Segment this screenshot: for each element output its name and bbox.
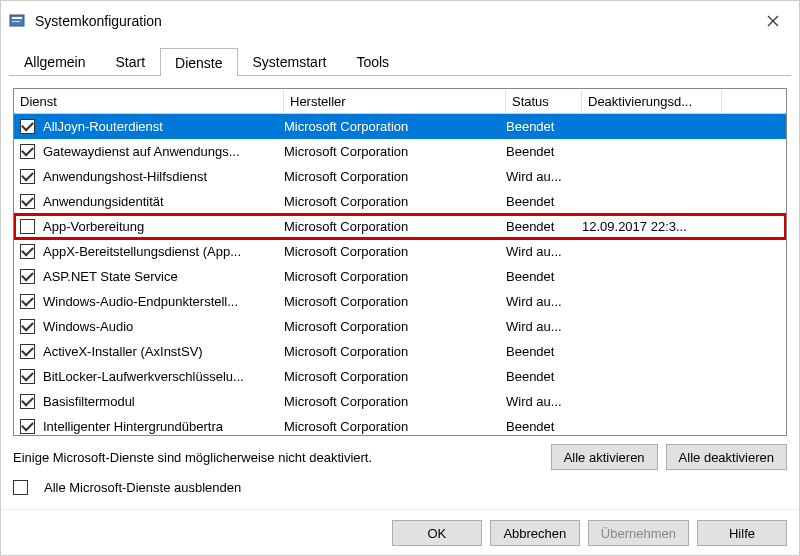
table-row[interactable]: Gatewaydienst auf Anwendungs...Microsoft… [14, 139, 786, 164]
svg-rect-0 [10, 15, 24, 26]
header-status[interactable]: Status [506, 90, 582, 113]
tab-start[interactable]: Start [100, 47, 160, 75]
cell-dienst: ActiveX-Installer (AxInstSV) [43, 344, 284, 359]
table-row[interactable]: BasisfiltermodulMicrosoft CorporationWir… [14, 389, 786, 414]
list-body[interactable]: AllJoyn-RouterdienstMicrosoft Corporatio… [14, 114, 786, 435]
svg-rect-1 [12, 17, 22, 19]
hide-ms-row: Alle Microsoft-Dienste ausblenden [13, 480, 787, 495]
cell-datum: 12.09.2017 22:3... [582, 219, 786, 234]
cell-status: Beendet [506, 369, 582, 384]
row-checkbox[interactable] [20, 369, 35, 384]
cell-status: Wird au... [506, 294, 582, 309]
cell-dienst: Basisfiltermodul [43, 394, 284, 409]
row-checkbox[interactable] [20, 344, 35, 359]
cell-hersteller: Microsoft Corporation [284, 269, 506, 284]
cell-dienst: ASP.NET State Service [43, 269, 284, 284]
window-title: Systemkonfiguration [35, 13, 162, 29]
table-row[interactable]: AllJoyn-RouterdienstMicrosoft Corporatio… [14, 114, 786, 139]
header-datum[interactable]: Deaktivierungsd... [582, 90, 722, 113]
cell-hersteller: Microsoft Corporation [284, 144, 506, 159]
cell-status: Beendet [506, 194, 582, 209]
btn-group: Alle aktivieren Alle deaktivieren [551, 444, 787, 470]
cell-status: Beendet [506, 219, 582, 234]
tab-content: Dienst Hersteller Status Deaktivierungsd… [1, 76, 799, 503]
cell-hersteller: Microsoft Corporation [284, 194, 506, 209]
cell-hersteller: Microsoft Corporation [284, 369, 506, 384]
cell-status: Beendet [506, 269, 582, 284]
activate-all-button[interactable]: Alle aktivieren [551, 444, 658, 470]
tab-allgemein[interactable]: Allgemein [9, 47, 100, 75]
tab-dienste[interactable]: Dienste [160, 48, 237, 76]
cell-dienst: AllJoyn-Routerdienst [43, 119, 284, 134]
table-row[interactable]: Anwendungshost-HilfsdienstMicrosoft Corp… [14, 164, 786, 189]
cell-hersteller: Microsoft Corporation [284, 294, 506, 309]
cell-status: Wird au... [506, 169, 582, 184]
table-row[interactable]: AppX-Bereitstellungsdienst (App...Micros… [14, 239, 786, 264]
cell-dienst: Windows-Audio-Endpunkterstell... [43, 294, 284, 309]
cell-hersteller: Microsoft Corporation [284, 219, 506, 234]
bottom-row: Einige Microsoft-Dienste sind möglicherw… [13, 444, 787, 470]
cell-status: Wird au... [506, 319, 582, 334]
window-icon [9, 12, 27, 30]
table-row[interactable]: ActiveX-Installer (AxInstSV)Microsoft Co… [14, 339, 786, 364]
list-header: Dienst Hersteller Status Deaktivierungsd… [14, 89, 786, 114]
cell-status: Beendet [506, 144, 582, 159]
svg-rect-2 [12, 21, 20, 22]
cell-dienst: Intelligenter Hintergrundübertra [43, 419, 284, 434]
cell-dienst: App-Vorbereitung [43, 219, 284, 234]
header-dienst[interactable]: Dienst [14, 90, 284, 113]
tab-systemstart[interactable]: Systemstart [238, 47, 342, 75]
cell-hersteller: Microsoft Corporation [284, 119, 506, 134]
row-checkbox[interactable] [20, 319, 35, 334]
services-list: Dienst Hersteller Status Deaktivierungsd… [13, 88, 787, 436]
titlebar-left: Systemkonfiguration [9, 12, 162, 30]
row-checkbox[interactable] [20, 394, 35, 409]
cell-hersteller: Microsoft Corporation [284, 419, 506, 434]
hide-ms-label: Alle Microsoft-Dienste ausblenden [44, 480, 241, 495]
cell-dienst: AppX-Bereitstellungsdienst (App... [43, 244, 284, 259]
table-row[interactable]: AnwendungsidentitätMicrosoft Corporation… [14, 189, 786, 214]
help-button[interactable]: Hilfe [697, 520, 787, 546]
deactivate-all-button[interactable]: Alle deaktivieren [666, 444, 787, 470]
cell-dienst: BitLocker-Laufwerkverschlüsselu... [43, 369, 284, 384]
tabs: AllgemeinStartDiensteSystemstartTools [9, 47, 791, 76]
row-checkbox[interactable] [20, 219, 35, 234]
table-row[interactable]: Windows-Audio-Endpunkterstell...Microsof… [14, 289, 786, 314]
table-row[interactable]: App-VorbereitungMicrosoft CorporationBee… [14, 214, 786, 239]
cell-hersteller: Microsoft Corporation [284, 394, 506, 409]
apply-button[interactable]: Übernehmen [588, 520, 689, 546]
cell-status: Beendet [506, 119, 582, 134]
row-checkbox[interactable] [20, 244, 35, 259]
ok-button[interactable]: OK [392, 520, 482, 546]
cancel-button[interactable]: Abbrechen [490, 520, 580, 546]
close-button[interactable] [755, 7, 791, 35]
header-hersteller[interactable]: Hersteller [284, 90, 506, 113]
row-checkbox[interactable] [20, 144, 35, 159]
note-text: Einige Microsoft-Dienste sind möglicherw… [13, 450, 372, 465]
hide-ms-checkbox[interactable] [13, 480, 28, 495]
cell-status: Wird au... [506, 244, 582, 259]
row-checkbox[interactable] [20, 169, 35, 184]
cell-dienst: Windows-Audio [43, 319, 284, 334]
cell-dienst: Anwendungshost-Hilfsdienst [43, 169, 284, 184]
cell-hersteller: Microsoft Corporation [284, 244, 506, 259]
row-checkbox[interactable] [20, 294, 35, 309]
table-row[interactable]: Windows-AudioMicrosoft CorporationWird a… [14, 314, 786, 339]
row-checkbox[interactable] [20, 419, 35, 434]
cell-hersteller: Microsoft Corporation [284, 169, 506, 184]
cell-dienst: Anwendungsidentität [43, 194, 284, 209]
tab-tools[interactable]: Tools [341, 47, 404, 75]
table-row[interactable]: ASP.NET State ServiceMicrosoft Corporati… [14, 264, 786, 289]
cell-hersteller: Microsoft Corporation [284, 344, 506, 359]
row-checkbox[interactable] [20, 269, 35, 284]
table-row[interactable]: Intelligenter HintergrundübertraMicrosof… [14, 414, 786, 435]
row-checkbox[interactable] [20, 194, 35, 209]
footer-buttons: OK Abbrechen Übernehmen Hilfe [1, 509, 799, 556]
table-row[interactable]: BitLocker-Laufwerkverschlüsselu...Micros… [14, 364, 786, 389]
row-checkbox[interactable] [20, 119, 35, 134]
cell-status: Beendet [506, 419, 582, 434]
cell-status: Wird au... [506, 394, 582, 409]
cell-status: Beendet [506, 344, 582, 359]
cell-dienst: Gatewaydienst auf Anwendungs... [43, 144, 284, 159]
cell-hersteller: Microsoft Corporation [284, 319, 506, 334]
